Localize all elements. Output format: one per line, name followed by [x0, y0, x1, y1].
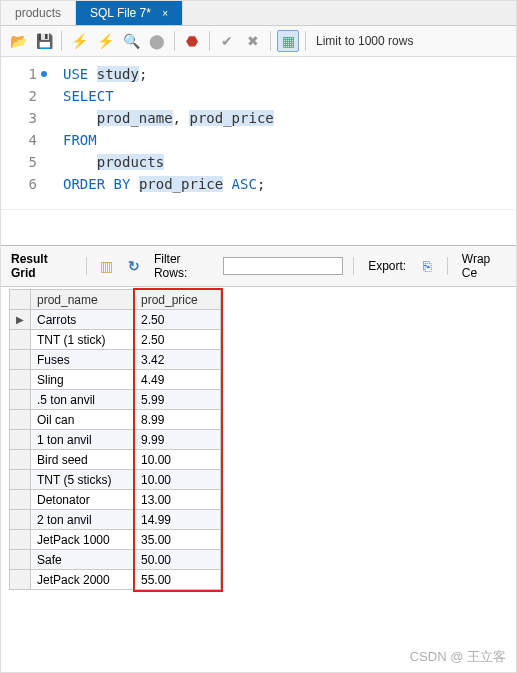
table-row[interactable]: Sling4.49	[10, 370, 221, 390]
cell-prod-name[interactable]: Safe	[31, 550, 135, 570]
code-line[interactable]: prod_name, prod_price	[63, 107, 516, 129]
row-marker	[10, 490, 31, 510]
watermark: CSDN @ 王立客	[410, 648, 506, 666]
table-row[interactable]: TNT (5 sticks)10.00	[10, 470, 221, 490]
cell-prod-price[interactable]: 9.99	[135, 430, 221, 450]
row-marker	[10, 330, 31, 350]
code-area[interactable]: USE study;SELECT prod_name, prod_priceFR…	[45, 63, 516, 195]
cell-prod-price[interactable]: 2.50	[135, 330, 221, 350]
row-marker	[10, 410, 31, 430]
row-marker	[10, 550, 31, 570]
table-row[interactable]: 1 ton anvil9.99	[10, 430, 221, 450]
folder-icon: 📂	[10, 34, 27, 48]
row-marker	[10, 390, 31, 410]
column-header-prod-price[interactable]: prod_price	[135, 290, 221, 310]
rollback-button[interactable]: ✖	[242, 30, 264, 52]
export-button[interactable]: ⎘	[416, 255, 437, 277]
code-line[interactable]: ORDER BY prod_price ASC;	[63, 173, 516, 195]
magnifier-icon: 🔍	[123, 34, 140, 48]
separator	[270, 31, 271, 51]
close-icon[interactable]: ×	[162, 8, 168, 19]
cell-prod-price[interactable]: 55.00	[135, 570, 221, 590]
cell-prod-name[interactable]: 1 ton anvil	[31, 430, 135, 450]
cell-prod-price[interactable]: 8.99	[135, 410, 221, 430]
editor-toolbar: 📂 💾 ⚡ ⚡ 🔍 ⬤ ⬣ ✔ ✖ ▦ Limit to 1000 rows	[1, 26, 516, 57]
check-icon: ✔	[221, 34, 233, 48]
cell-prod-price[interactable]: 10.00	[135, 450, 221, 470]
cell-prod-price[interactable]: 4.49	[135, 370, 221, 390]
code-line[interactable]: products	[63, 151, 516, 173]
row-marker	[10, 450, 31, 470]
result-columns-button[interactable]: ▥	[97, 255, 118, 277]
cell-prod-price[interactable]: 35.00	[135, 530, 221, 550]
tab-bar: products SQL File 7* ×	[1, 1, 516, 26]
cell-prod-price[interactable]: 14.99	[135, 510, 221, 530]
row-marker: ▶	[10, 310, 31, 330]
cell-prod-name[interactable]: Oil can	[31, 410, 135, 430]
explain-button[interactable]: 🔍	[120, 30, 142, 52]
table-row[interactable]: Fuses3.42	[10, 350, 221, 370]
table-row[interactable]: JetPack 200055.00	[10, 570, 221, 590]
separator	[86, 257, 87, 275]
columns-icon: ▥	[100, 259, 113, 273]
cell-prod-name[interactable]: TNT (1 stick)	[31, 330, 135, 350]
cell-prod-price[interactable]: 2.50	[135, 310, 221, 330]
cell-prod-name[interactable]: .5 ton anvil	[31, 390, 135, 410]
tab-sql-file[interactable]: SQL File 7* ×	[76, 1, 183, 25]
table-row[interactable]: Oil can8.99	[10, 410, 221, 430]
table-row[interactable]: 2 ton anvil14.99	[10, 510, 221, 530]
cell-prod-name[interactable]: Bird seed	[31, 450, 135, 470]
row-marker	[10, 510, 31, 530]
execute-button[interactable]: ⚡	[68, 30, 90, 52]
cell-prod-name[interactable]: Detonator	[31, 490, 135, 510]
table-row[interactable]: ▶Carrots2.50	[10, 310, 221, 330]
tab-label: SQL File 7*	[90, 6, 151, 20]
row-marker	[10, 570, 31, 590]
save-button[interactable]: 💾	[33, 30, 55, 52]
tab-products[interactable]: products	[1, 1, 76, 25]
cell-prod-price[interactable]: 10.00	[135, 470, 221, 490]
results-toolbar: Result Grid ▥ ↻ Filter Rows: Export: ⎘ W…	[1, 245, 516, 287]
cell-prod-price[interactable]: 3.42	[135, 350, 221, 370]
filter-rows-input[interactable]	[223, 257, 343, 275]
filter-rows-label: Filter Rows:	[150, 250, 217, 282]
cell-prod-price[interactable]: 50.00	[135, 550, 221, 570]
table-row[interactable]: Safe50.00	[10, 550, 221, 570]
cell-prod-name[interactable]: JetPack 1000	[31, 530, 135, 550]
row-marker	[10, 430, 31, 450]
limit-rows-label[interactable]: Limit to 1000 rows	[316, 34, 413, 48]
table-row[interactable]: TNT (1 stick)2.50	[10, 330, 221, 350]
open-button[interactable]: 📂	[7, 30, 29, 52]
commit-button[interactable]: ✔	[216, 30, 238, 52]
cell-prod-name[interactable]: Sling	[31, 370, 135, 390]
cell-prod-price[interactable]: 5.99	[135, 390, 221, 410]
code-line[interactable]: USE study;	[63, 63, 516, 85]
table-row[interactable]: .5 ton anvil5.99	[10, 390, 221, 410]
cell-prod-name[interactable]: Fuses	[31, 350, 135, 370]
column-header-prod-name[interactable]: prod_name	[31, 290, 135, 310]
toggle-autocommit-button[interactable]: ⬣	[181, 30, 203, 52]
execute-current-button[interactable]: ⚡	[94, 30, 116, 52]
code-line[interactable]: SELECT	[63, 85, 516, 107]
stop-button[interactable]: ⬤	[146, 30, 168, 52]
line-number: 5	[1, 151, 37, 173]
tab-label: products	[15, 6, 61, 20]
cell-prod-name[interactable]: JetPack 2000	[31, 570, 135, 590]
results-grid[interactable]: prod_name prod_price ▶Carrots2.50TNT (1 …	[9, 289, 221, 590]
cell-prod-name[interactable]: TNT (5 sticks)	[31, 470, 135, 490]
toggle-limit-button[interactable]: ▦	[277, 30, 299, 52]
wrap-cell-label: Wrap Ce	[458, 250, 510, 282]
badge-icon: ⬣	[186, 34, 198, 48]
row-marker	[10, 470, 31, 490]
cell-prod-name[interactable]: Carrots	[31, 310, 135, 330]
cell-prod-name[interactable]: 2 ton anvil	[31, 510, 135, 530]
separator	[447, 257, 448, 275]
refresh-button[interactable]: ↻	[123, 255, 144, 277]
separator	[209, 31, 210, 51]
table-row[interactable]: JetPack 100035.00	[10, 530, 221, 550]
table-row[interactable]: Bird seed10.00	[10, 450, 221, 470]
table-row[interactable]: Detonator13.00	[10, 490, 221, 510]
cell-prod-price[interactable]: 13.00	[135, 490, 221, 510]
code-line[interactable]: FROM	[63, 129, 516, 151]
sql-editor[interactable]: 123456 USE study;SELECT prod_name, prod_…	[1, 57, 516, 209]
